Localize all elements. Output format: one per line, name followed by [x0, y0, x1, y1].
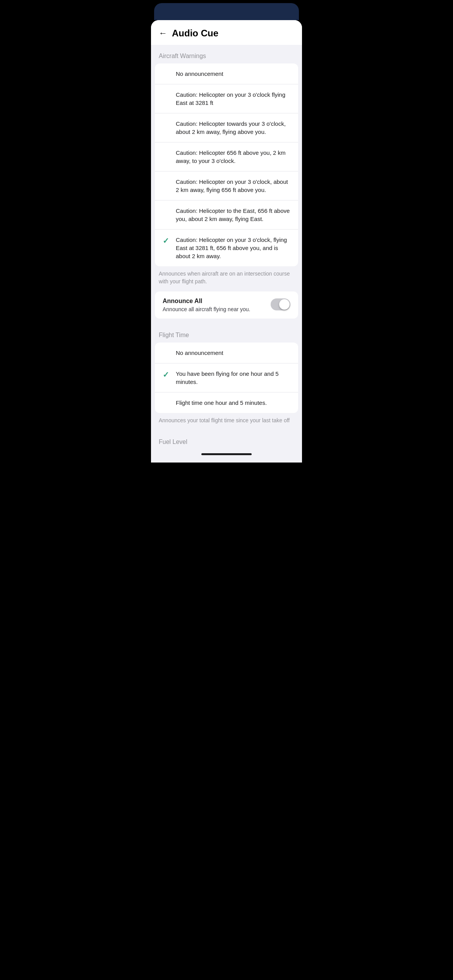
toggle-knob: [279, 299, 290, 310]
option-text: Caution: Helicopter on your 3 o'clock fl…: [176, 91, 290, 107]
check-icon: ✓: [163, 236, 171, 245]
home-bar: [201, 453, 252, 455]
option-text: No announcement: [176, 70, 290, 78]
option-text: No announcement: [176, 349, 290, 357]
list-item[interactable]: ✓ You have been flying for one hour and …: [155, 363, 298, 392]
list-item[interactable]: Caution: Helicopter towards your 3 o'clo…: [155, 113, 298, 142]
check-icon: ✓: [163, 370, 171, 379]
flight-time-label: Flight Time: [151, 324, 302, 343]
option-text: Caution: Helicopter 656 ft above you, 2 …: [176, 149, 290, 165]
flight-time-card: No announcement ✓ You have been flying f…: [155, 343, 298, 413]
announce-all-title: Announce All: [163, 298, 266, 305]
announce-all-text-block: Announce All Announce all aircraft flyin…: [163, 298, 266, 312]
list-item[interactable]: No announcement: [155, 343, 298, 363]
status-bar: [154, 3, 299, 20]
announce-all-card: Announce All Announce all aircraft flyin…: [155, 291, 298, 319]
announce-all-subtitle: Announce all aircraft flying near you.: [163, 306, 266, 312]
list-item[interactable]: No announcement: [155, 63, 298, 84]
flight-time-description: Announces your total flight time since y…: [151, 413, 302, 431]
option-text: Flight time one hour and 5 minutes.: [176, 399, 290, 407]
list-item[interactable]: ✓ Caution: Helicopter on your 3 o'clock,…: [155, 230, 298, 266]
announce-all-toggle[interactable]: [271, 298, 290, 310]
back-button[interactable]: ←: [159, 29, 167, 38]
screen: ← Audio Cue Aircraft Warnings No announc…: [151, 20, 302, 463]
page-title: Audio Cue: [172, 28, 218, 39]
aircraft-warnings-card: No announcement Caution: Helicopter on y…: [155, 63, 298, 266]
option-text: Caution: Helicopter on your 3 o'clock, f…: [176, 236, 290, 260]
list-item[interactable]: Caution: Helicopter on your 3 o'clock, a…: [155, 171, 298, 200]
phone-container: ← Audio Cue Aircraft Warnings No announc…: [151, 0, 302, 463]
list-item[interactable]: Flight time one hour and 5 minutes.: [155, 392, 298, 413]
list-item[interactable]: Caution: Helicopter 656 ft above you, 2 …: [155, 142, 298, 171]
option-text: Caution: Helicopter on your 3 o'clock, a…: [176, 178, 290, 194]
aircraft-warnings-description: Announces when aircraft are on an inters…: [151, 266, 302, 291]
aircraft-warnings-label: Aircraft Warnings: [151, 45, 302, 63]
option-text: Caution: Helicopter to the East, 656 ft …: [176, 207, 290, 223]
option-text: You have been flying for one hour and 5 …: [176, 370, 290, 386]
header: ← Audio Cue: [151, 20, 302, 45]
list-item[interactable]: Caution: Helicopter on your 3 o'clock fl…: [155, 84, 298, 113]
fuel-level-label: Fuel Level: [151, 431, 302, 449]
home-indicator: [151, 449, 302, 463]
list-item[interactable]: Caution: Helicopter to the East, 656 ft …: [155, 200, 298, 230]
option-text: Caution: Helicopter towards your 3 o'clo…: [176, 120, 290, 136]
